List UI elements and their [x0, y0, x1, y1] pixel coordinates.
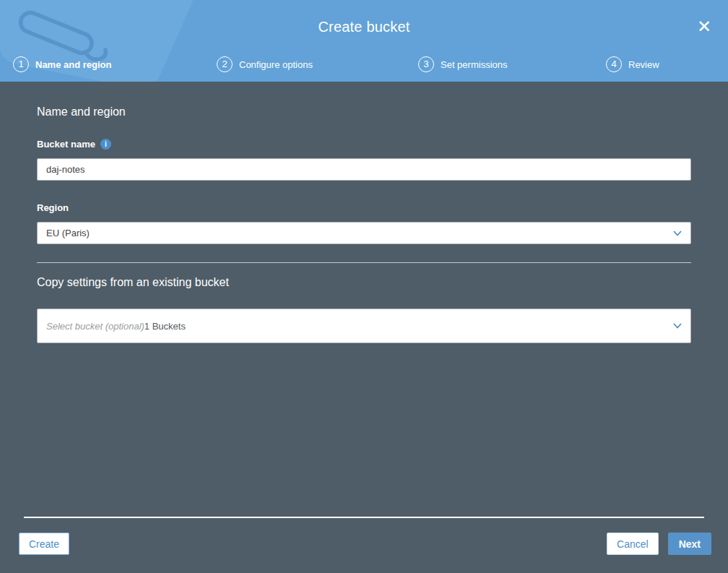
chevron-down-icon	[673, 323, 682, 329]
dialog-header: Create bucket ✕ 1 Name and region 2 Conf…	[0, 0, 728, 82]
footer-button-group: Cancel Next	[607, 533, 711, 555]
close-icon[interactable]: ✕	[693, 16, 715, 38]
dialog-footer: Create Cancel Next	[0, 517, 728, 573]
footer-divider	[24, 517, 704, 518]
create-button[interactable]: Create	[19, 533, 69, 555]
info-icon[interactable]: i	[100, 139, 111, 150]
next-button[interactable]: Next	[668, 533, 711, 555]
step-3-circle: 3	[418, 56, 434, 72]
step-name-and-region[interactable]: 1 Name and region	[13, 56, 111, 72]
bucket-select[interactable]: Select bucket (optional) 1 Buckets	[37, 309, 691, 343]
bucket-name-label: Bucket name	[37, 139, 95, 150]
cancel-button[interactable]: Cancel	[607, 533, 659, 555]
step-configure-options[interactable]: 2 Configure options	[217, 56, 313, 72]
region-label: Region	[37, 202, 691, 213]
section-divider	[37, 262, 691, 263]
chevron-down-icon	[673, 231, 682, 236]
wizard-steps: 1 Name and region 2 Configure options 3 …	[0, 56, 728, 74]
section-heading-name-and-region: Name and region	[37, 105, 691, 119]
bucket-name-label-row: Bucket name i	[37, 139, 691, 150]
copy-settings-heading: Copy settings from an existing bucket	[37, 276, 691, 289]
create-bucket-dialog: Create bucket ✕ 1 Name and region 2 Conf…	[0, 0, 728, 573]
step-4-circle: 4	[606, 56, 622, 72]
step-3-label: Set permissions	[441, 59, 507, 70]
form-content: Name and region Bucket name i Region EU …	[37, 82, 691, 343]
bucket-select-count: 1 Buckets	[144, 321, 186, 332]
step-2-label: Configure options	[239, 59, 313, 70]
step-review[interactable]: 4 Review	[606, 56, 659, 72]
bucket-select-placeholder: Select bucket (optional)	[46, 321, 144, 332]
region-select-value: EU (Paris)	[46, 228, 90, 238]
dialog-title: Create bucket	[0, 19, 728, 35]
region-select[interactable]: EU (Paris)	[37, 222, 691, 244]
step-1-label: Name and region	[35, 59, 111, 70]
bucket-name-input[interactable]	[37, 158, 691, 181]
step-1-circle: 1	[13, 56, 29, 72]
step-2-circle: 2	[217, 56, 233, 72]
step-set-permissions[interactable]: 3 Set permissions	[418, 56, 507, 72]
step-4-label: Review	[628, 59, 659, 70]
